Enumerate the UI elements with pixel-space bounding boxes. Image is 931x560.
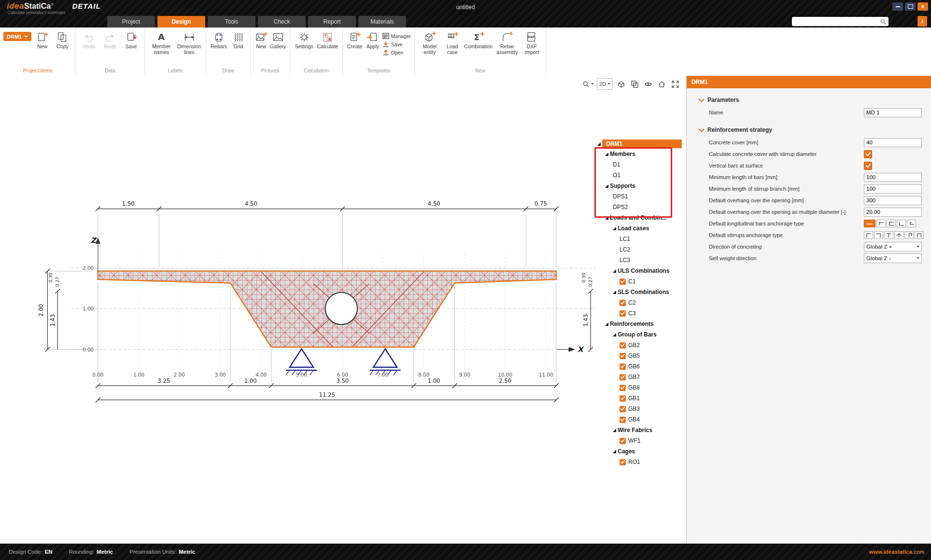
girder-member[interactable] — [98, 271, 556, 347]
template-apply-button[interactable]: Apply — [365, 30, 381, 50]
minimize-button[interactable] — [892, 2, 903, 11]
stirrup-anchorage-2-button[interactable] — [874, 231, 883, 239]
tree-item[interactable]: Load cases — [597, 223, 682, 234]
tree-item[interactable]: C3 — [597, 308, 682, 319]
info-button[interactable]: i — [917, 16, 927, 27]
concreting-direction-select[interactable]: Global Z + — [864, 242, 922, 252]
tree-item[interactable]: LC1 — [597, 234, 682, 244]
tree-item[interactable]: LC2 — [597, 244, 682, 255]
ribbon-tab[interactable]: Report — [308, 16, 356, 28]
min-length-bars-input[interactable] — [864, 173, 922, 182]
load-case-button[interactable]: Load case — [443, 30, 462, 56]
tree-item[interactable]: GB7 — [597, 372, 682, 382]
new-project-item-button[interactable]: New — [33, 30, 52, 50]
tree-item[interactable]: LC3 — [597, 255, 682, 266]
ribbon-tab[interactable]: Project — [107, 16, 155, 28]
anchorage-bend-up-button[interactable] — [897, 220, 906, 227]
stirrup-anchorage-3-button[interactable] — [884, 231, 893, 239]
ribbon-tab[interactable]: Check — [258, 16, 306, 28]
ribbon-tab[interactable]: Design — [157, 16, 205, 28]
grid-button[interactable]: Grid — [230, 30, 247, 50]
project-item-selector[interactable]: DRM1 — [3, 32, 31, 41]
checkbox-checked-icon[interactable] — [620, 353, 626, 359]
vertical-bars-checkbox[interactable] — [864, 162, 872, 170]
website-link[interactable]: www.ideastatica.com — [869, 549, 931, 555]
checkbox-checked-icon[interactable] — [620, 310, 626, 317]
undo-button[interactable]: Undo — [79, 30, 99, 50]
name-input[interactable] — [864, 108, 922, 117]
tree-item[interactable]: Group of Bars — [597, 329, 682, 340]
ribbon-tab[interactable]: Materials — [358, 16, 406, 28]
stirrup-anchorage-6-button[interactable] — [915, 231, 924, 239]
tree-item[interactable]: C1 — [597, 276, 682, 287]
tree-item[interactable]: Reinforcements — [597, 319, 682, 329]
tree-item[interactable]: GB5 — [597, 350, 682, 361]
save-button[interactable]: Save — [121, 30, 141, 50]
template-save-button[interactable]: Save — [382, 41, 411, 47]
tree-item[interactable]: C2 — [597, 297, 682, 308]
tree-item[interactable]: Wire Fabrics — [597, 425, 682, 435]
search-box[interactable] — [792, 17, 889, 26]
tree-item[interactable]: RO1 — [597, 457, 682, 467]
overhang-mm-input[interactable] — [864, 196, 922, 205]
combination-button[interactable]: Σ Combination — [464, 30, 494, 50]
redo-button[interactable]: Redo — [100, 30, 120, 50]
checkbox-checked-icon[interactable] — [620, 374, 626, 380]
checkbox-checked-icon[interactable] — [620, 417, 626, 423]
rebars-button[interactable]: Rebars — [210, 30, 228, 50]
tree-item[interactable]: GB4 — [597, 414, 682, 425]
template-manager-button[interactable]: Manager — [382, 33, 411, 39]
layers-view-button[interactable] — [629, 79, 640, 89]
concrete-cover-input[interactable] — [864, 138, 922, 147]
template-open-button[interactable]: Open — [382, 49, 411, 56]
anchorage-hook-button[interactable] — [907, 220, 916, 227]
overhang-mult-input[interactable] — [864, 208, 922, 217]
anchorage-bend-down-button[interactable] — [876, 220, 886, 227]
checkbox-checked-icon[interactable] — [620, 364, 626, 370]
anchorage-straight-button[interactable] — [864, 220, 875, 227]
self-weight-direction-select[interactable]: Global Z - — [864, 253, 922, 263]
stirrup-anchorage-5-button[interactable] — [904, 231, 914, 239]
member-names-button[interactable]: A Member names — [148, 30, 175, 56]
checkbox-checked-icon[interactable] — [620, 438, 626, 444]
tree-item[interactable]: GB1 — [597, 393, 682, 404]
axonometry-view-button[interactable] — [616, 79, 626, 89]
model-entity-button[interactable]: Model entity — [418, 30, 441, 56]
min-length-stirrup-input[interactable] — [864, 184, 922, 194]
zoom-button[interactable] — [582, 79, 594, 89]
template-create-button[interactable]: Create — [346, 30, 363, 50]
ribbon-tab[interactable]: Tools — [208, 16, 255, 28]
tree-item[interactable]: GB6 — [597, 361, 682, 372]
gallery-button[interactable]: Gallery — [269, 30, 286, 50]
checkbox-checked-icon[interactable] — [620, 459, 626, 465]
section-reinforcement-strategy[interactable]: Reinforcement strategy — [687, 123, 931, 137]
tree-item[interactable]: SLS Combinations — [597, 287, 682, 297]
zoom-fit-button[interactable] — [670, 79, 680, 89]
new-picture-button[interactable]: New — [254, 30, 268, 50]
dimension-lines-button[interactable]: Dimension lines — [176, 30, 203, 56]
tree-item[interactable]: GB8 — [597, 382, 682, 393]
rebar-assembly-button[interactable]: Rebar assembly — [494, 30, 520, 56]
section-parameters[interactable]: Parameters — [687, 93, 931, 107]
checkbox-checked-icon[interactable] — [620, 342, 626, 349]
search-input[interactable] — [792, 19, 880, 25]
opening-circle[interactable] — [325, 293, 357, 324]
checkbox-checked-icon[interactable] — [620, 279, 626, 285]
tree-item[interactable]: GB2 — [597, 340, 682, 350]
anchorage-u-bend-button[interactable] — [887, 220, 896, 227]
stirrup-anchorage-1-button[interactable] — [864, 231, 873, 239]
checkbox-checked-icon[interactable] — [620, 300, 626, 306]
checkbox-checked-icon[interactable] — [620, 385, 626, 391]
close-button[interactable]: × — [917, 2, 928, 11]
view-mode-button[interactable]: 2D — [597, 78, 613, 90]
maximize-button[interactable] — [905, 2, 916, 11]
stirrup-anchorage-4-button[interactable] — [894, 231, 903, 239]
dxf-import-button[interactable]: DXF DXF Import — [521, 30, 542, 56]
checkbox-checked-icon[interactable] — [620, 395, 626, 402]
tree-item[interactable]: ULS Combinations — [597, 266, 682, 276]
calculate-button[interactable]: Calculate — [316, 30, 339, 50]
support-right[interactable] — [370, 349, 401, 375]
copy-project-item-button[interactable]: Copy — [53, 30, 72, 50]
drawing-canvas[interactable]: Z X 1.50 4.50 4.50 0.75 — [0, 76, 686, 544]
settings-button[interactable]: Settings — [294, 30, 315, 50]
